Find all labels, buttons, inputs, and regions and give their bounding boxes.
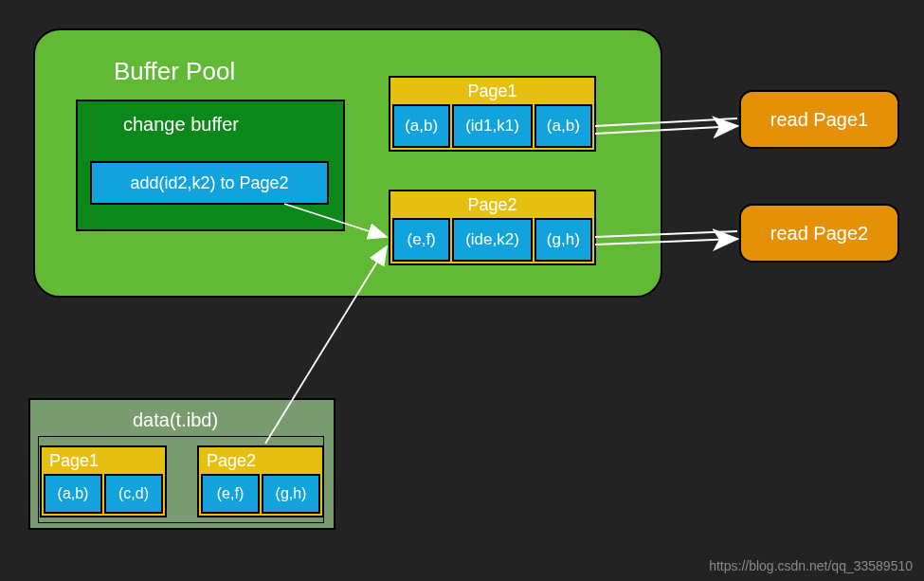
bp-page2: Page2 (e,f) (ide,k2) (g,h) <box>389 190 596 265</box>
bp-page2-cell: (ide,k2) <box>452 218 532 262</box>
ibd-page1-cell: (c,d) <box>104 474 163 514</box>
change-buffer-title: change buffer <box>123 114 239 136</box>
ibd-page1-title: Page1 <box>42 447 165 474</box>
ibd-page2-cell: (g,h) <box>262 474 320 514</box>
ibd-page2-title: Page2 <box>199 447 322 474</box>
watermark: https://blog.csdn.net/qq_33589510 <box>709 558 913 573</box>
bp-page1: Page1 (a,b) (id1,k1) (a,b) <box>389 76 596 152</box>
ibd-page1-cell: (a,b) <box>44 474 102 514</box>
read-page2-action: read Page2 <box>739 204 899 263</box>
buffer-pool-title: Buffer Pool <box>114 57 235 86</box>
ibd-page2-cell: (e,f) <box>201 474 260 514</box>
bp-page2-cell: (g,h) <box>534 218 592 262</box>
ibd-page2: Page2 (e,f) (g,h) <box>197 445 324 517</box>
read-page1-action: read Page1 <box>739 90 899 149</box>
ibd-title: data(t.ibd) <box>133 409 218 431</box>
bp-page1-title: Page1 <box>390 78 594 104</box>
bp-page1-cell: (a,b) <box>534 104 592 148</box>
bp-page2-cell: (e,f) <box>392 218 450 262</box>
bp-page2-title: Page2 <box>390 191 594 218</box>
bp-page1-cell: (id1,k1) <box>452 104 532 148</box>
change-buffer-entry: add(id2,k2) to Page2 <box>90 161 329 205</box>
bp-page1-cell: (a,b) <box>392 104 450 148</box>
ibd-page1: Page1 (a,b) (c,d) <box>40 445 167 517</box>
